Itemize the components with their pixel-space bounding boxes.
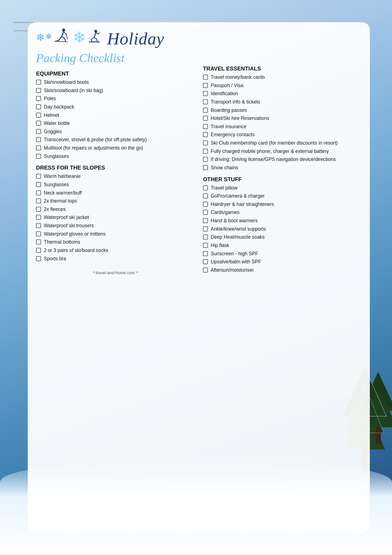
checkbox[interactable] — [36, 198, 41, 203]
checkbox[interactable] — [203, 149, 208, 154]
list-item: Waterproof ski trousers — [36, 223, 195, 229]
checkbox[interactable] — [203, 259, 208, 264]
list-item: Aftersun/moisturiser — [203, 267, 362, 274]
checkbox[interactable] — [36, 248, 41, 253]
list-item: Boarding passes — [203, 107, 362, 114]
checkbox[interactable] — [203, 243, 208, 248]
checkbox[interactable] — [203, 91, 208, 96]
packing-title: Packing Checklist — [36, 52, 362, 64]
svg-line-22 — [96, 32, 99, 34]
checkbox[interactable] — [203, 165, 208, 170]
checkbox[interactable] — [203, 226, 208, 231]
checkbox[interactable] — [36, 104, 41, 109]
checkbox[interactable] — [203, 234, 208, 239]
checkbox[interactable] — [203, 157, 208, 162]
list-item: Neck warmer/buff — [36, 190, 195, 196]
dress-section-title: DRESS FOR THE SLOPES — [36, 165, 195, 171]
list-item: Multitool (for repairs or adjustments on… — [36, 145, 195, 152]
list-item: Waterproof ski jacket — [36, 214, 195, 221]
svg-line-11 — [59, 37, 62, 41]
list-item: Sunglasses — [36, 181, 195, 188]
list-item: Water bottle — [36, 120, 195, 127]
checkbox[interactable] — [36, 129, 41, 134]
checkbox[interactable] — [203, 83, 208, 88]
checkbox[interactable] — [203, 140, 208, 145]
checkbox[interactable] — [36, 80, 41, 85]
list-item: Waterproof gloves or mittens — [36, 231, 195, 238]
checkbox[interactable] — [36, 96, 41, 101]
checkbox[interactable] — [36, 121, 41, 126]
list-item: 2 or 3 pairs of ski/board socks — [36, 247, 195, 254]
checkbox[interactable] — [203, 99, 208, 104]
list-item: Skis/snowboard (in ski bag) — [36, 87, 195, 94]
checkbox[interactable] — [203, 218, 208, 223]
svg-line-26 — [98, 32, 99, 34]
list-item: Helmet — [36, 112, 195, 119]
checkbox[interactable] — [203, 251, 208, 256]
equipment-list: Ski/snowboard boots Skis/snowboard (in s… — [36, 79, 195, 160]
checkbox[interactable] — [203, 132, 208, 137]
svg-line-16 — [55, 41, 68, 42]
list-item: 2x thermal tops — [36, 198, 195, 205]
checkbox[interactable] — [36, 182, 41, 187]
checkbox[interactable] — [203, 185, 208, 190]
svg-line-20 — [91, 37, 94, 39]
checkbox[interactable] — [203, 202, 208, 207]
footer-note: * travel-and-home.com * — [36, 270, 195, 275]
other-stuff-section-title: OTHER STUFF — [203, 176, 362, 183]
checkbox[interactable] — [36, 190, 41, 195]
header-icons: ❄ ❄ ❄ — [36, 28, 105, 47]
list-item: Transceiver, shovel & probe (for off-pis… — [36, 137, 195, 143]
list-item: Passport / Visa — [203, 82, 362, 89]
checkbox[interactable] — [203, 268, 208, 273]
other-stuff-list: Travel pillow GoPro/camera & charger Hai… — [203, 185, 362, 274]
list-item: Hotel/Ski hire Reservations — [203, 115, 362, 122]
list-item: Transport info & tickets — [203, 99, 362, 105]
checkbox[interactable] — [36, 137, 41, 142]
checkbox[interactable] — [36, 207, 41, 212]
checkbox[interactable] — [36, 239, 41, 244]
checkbox[interactable] — [36, 113, 41, 118]
list-item: Hand & boot warmers — [203, 218, 362, 224]
svg-line-21 — [94, 37, 97, 39]
checkbox[interactable] — [36, 256, 41, 261]
list-item: Sunscreen - high SPF — [203, 251, 362, 257]
list-item: Travel pillow — [203, 185, 362, 191]
list-item: Identification — [203, 90, 362, 97]
checkbox[interactable] — [203, 193, 208, 198]
list-item: Travel money/bank cards — [203, 74, 362, 81]
checkbox[interactable] — [36, 231, 41, 236]
checkbox[interactable] — [203, 210, 208, 215]
list-item: Hip flask — [203, 242, 362, 249]
right-column: TRAVEL ESSENTIALS Travel money/bank card… — [203, 65, 362, 275]
list-item: Emergency contacts — [203, 132, 362, 138]
list-item: 2x fleeces — [36, 206, 195, 213]
content-columns: EQUIPMENT Ski/snowboard boots Skis/snowb… — [36, 65, 362, 275]
checkbox[interactable] — [203, 124, 208, 129]
list-item: Fully charged mobile phone, charger & ex… — [203, 148, 362, 155]
checkbox[interactable] — [36, 154, 41, 159]
checkbox[interactable] — [36, 145, 41, 150]
list-item: Ski/snowboard boots — [36, 79, 195, 86]
checkbox[interactable] — [203, 116, 208, 121]
checkbox[interactable] — [36, 174, 41, 179]
dress-list: Warm hat/beanie Sunglasses Neck warmer/b… — [36, 173, 195, 262]
checkbox[interactable] — [203, 75, 208, 80]
svg-line-12 — [62, 37, 65, 39]
list-item: GoPro/camera & charger — [203, 193, 362, 200]
checkbox[interactable] — [36, 88, 41, 93]
list-item: Goggles — [36, 128, 195, 135]
checkbox[interactable] — [36, 215, 41, 220]
list-item: Cards/games — [203, 209, 362, 216]
svg-line-10 — [62, 32, 64, 37]
list-item: Ski Club membership card (for member dis… — [203, 140, 362, 147]
list-item: Deep Heat/muscle soaks — [203, 234, 362, 241]
list-item: Travel insurance — [203, 123, 362, 130]
list-item: Hairdryer & hair straighteners — [203, 201, 362, 208]
list-item: Thermal bottoms — [36, 239, 195, 246]
checkbox[interactable] — [203, 108, 208, 113]
snowflake-icon-2: ❄ — [45, 32, 52, 41]
svg-line-15 — [65, 39, 66, 42]
travel-essentials-list: Travel money/bank cards Passport / Visa … — [203, 74, 362, 171]
checkbox[interactable] — [36, 223, 41, 228]
